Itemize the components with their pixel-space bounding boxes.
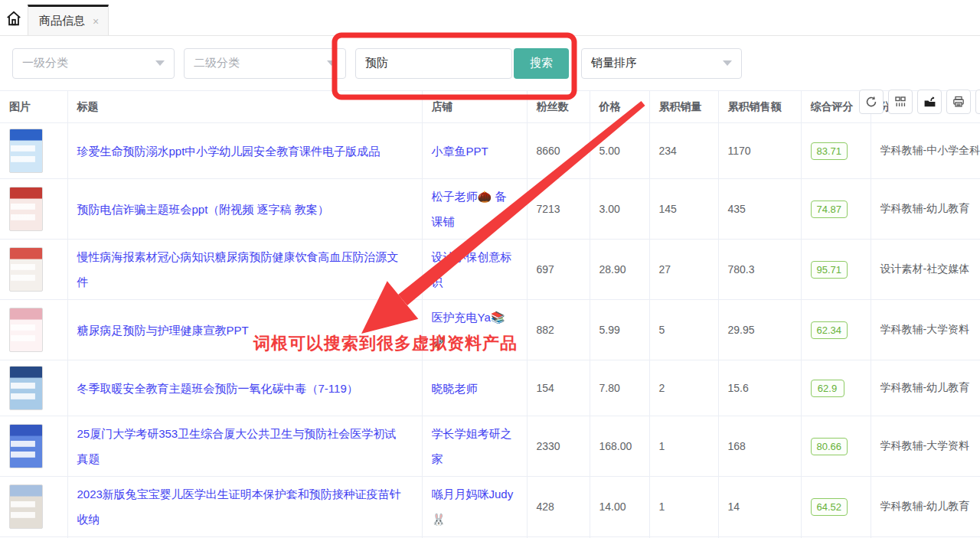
column-header-0: 图片 [0, 91, 67, 123]
export-button[interactable] [917, 90, 942, 114]
table-row: 慢性病海报素材冠心病知识糖尿病预防健康饮食高血压防治源文件 设计小保创意标识 6… [0, 240, 980, 300]
filter-bar: 一级分类 二级分类 搜索 销量排序 [0, 36, 980, 90]
column-header-1: 标题 [67, 91, 422, 123]
product-thumbnail[interactable] [9, 308, 43, 352]
column-header-2: 店铺 [422, 91, 527, 123]
product-title-link[interactable]: 糖尿病足预防与护理健康宣教PPT [77, 324, 249, 337]
tab-product-info[interactable]: 商品信息 × [28, 5, 109, 35]
table-header-row: 图片标题店铺粉丝数价格累积销量累积销售额综合评分分类 [0, 91, 980, 123]
tab-bar: 商品信息 × [0, 0, 980, 36]
score-badge: 62.9 [811, 380, 844, 397]
column-header-5: 累积销量 [649, 91, 718, 123]
table-row: 冬季取暖安全教育主题班会预防一氧化碳中毒（7-119） 晓晓老师 154 7.8… [0, 360, 980, 416]
score-badge: 80.66 [811, 438, 848, 455]
category: 学科教辅-幼儿教育 [871, 477, 980, 537]
category: 学科教辅-幼儿教育 [871, 360, 980, 416]
total-sales-amount: 168 [718, 416, 801, 477]
product-title-link[interactable]: 25厦门大学考研353卫生综合厦大公共卫生与预防社会医学初试真题 [77, 427, 397, 465]
refresh-button[interactable] [859, 90, 884, 114]
price: 28.90 [590, 240, 649, 300]
chevron-down-icon [327, 60, 336, 66]
total-sales-amount: 14 [718, 477, 801, 537]
total-sales: 1 [649, 477, 718, 537]
price: 5.00 [590, 123, 649, 179]
score-badge: 95.71 [811, 261, 848, 279]
chevron-down-icon [155, 60, 165, 66]
product-thumbnail[interactable] [9, 366, 43, 410]
close-icon[interactable]: × [93, 16, 99, 27]
sort-value: 销量排序 [591, 56, 637, 70]
table-body: 珍爱生命预防溺水ppt中小学幼儿园安全教育课件电子版成品 小章鱼PPT 8660… [0, 123, 980, 538]
shop-link[interactable]: 晓晓老师 [432, 382, 478, 395]
fans-count: 2330 [527, 416, 590, 477]
shop-link[interactable]: 学长学姐考研之家 [432, 427, 512, 465]
product-thumbnail[interactable] [9, 424, 43, 468]
category1-select[interactable]: 一级分类 [12, 48, 175, 79]
score-badge: 64.52 [811, 498, 848, 516]
table-row: 珍爱生命预防溺水ppt中小学幼儿园安全教育课件电子版成品 小章鱼PPT 8660… [0, 123, 980, 179]
product-thumbnail[interactable] [9, 247, 43, 292]
fans-count: 428 [527, 477, 590, 537]
product-thumbnail[interactable] [9, 187, 43, 231]
price: 168.00 [590, 416, 649, 477]
home-icon [5, 10, 22, 30]
total-sales-amount: 1170 [718, 123, 801, 179]
category: 学科教辅-幼儿教育 [871, 179, 980, 240]
fans-count: 882 [527, 300, 590, 360]
fans-count: 7213 [527, 179, 590, 240]
price: 7.80 [590, 360, 649, 416]
shop-link[interactable]: 松子老师🌰 备课铺 [432, 190, 507, 228]
page: 商品信息 × 一级分类 二级分类 搜索 销量排序 [0, 0, 980, 538]
more-tool-button[interactable] [975, 90, 980, 114]
column-header-4: 价格 [590, 91, 649, 123]
shop-link[interactable]: 医护充电Ya📚 🚀 [432, 311, 505, 349]
column-settings-button[interactable] [888, 90, 913, 114]
product-thumbnail[interactable] [9, 129, 43, 173]
product-title-link[interactable]: 慢性病海报素材冠心病知识糖尿病预防健康饮食高血压防治源文件 [77, 250, 399, 289]
export-icon [923, 96, 936, 109]
sort-select[interactable]: 销量排序 [581, 48, 742, 79]
product-title-link[interactable]: 预防电信诈骗主题班会ppt（附视频 逐字稿 教案） [77, 203, 329, 216]
price: 3.00 [590, 179, 649, 240]
product-title-link[interactable]: 珍爱生命预防溺水ppt中小学幼儿园安全教育课件电子版成品 [77, 145, 381, 158]
print-button[interactable] [946, 90, 971, 114]
home-button[interactable] [0, 5, 28, 35]
category2-placeholder: 二级分类 [194, 56, 240, 70]
toolbar [859, 90, 980, 114]
refresh-icon [865, 96, 877, 108]
total-sales: 5 [649, 300, 718, 360]
total-sales: 2 [649, 360, 718, 416]
fans-count: 154 [527, 360, 590, 416]
score-badge: 62.34 [811, 321, 848, 339]
product-title-link[interactable]: 冬季取暖安全教育主题班会预防一氧化碳中毒（7-119） [77, 382, 358, 395]
search-input[interactable] [355, 48, 512, 79]
total-sales-amount: 15.6 [718, 360, 801, 416]
search-button[interactable]: 搜索 [514, 48, 569, 79]
total-sales: 1 [649, 416, 718, 477]
shop-link[interactable]: 喺月月妈咪Judy🐰 [432, 487, 514, 526]
category: 学科教辅-中小学全科 [871, 123, 980, 179]
product-title-link[interactable]: 2023新版兔宝宝婴儿医学出生证明本保护套和预防接种证疫苗针收纳 [77, 487, 401, 526]
score-badge: 74.87 [811, 201, 848, 218]
fans-count: 8660 [527, 123, 590, 179]
total-sales-amount: 29.95 [718, 300, 801, 360]
tab-label: 商品信息 [39, 14, 85, 28]
table-row: 2023新版兔宝宝婴儿医学出生证明本保护套和预防接种证疫苗针收纳 喺月月妈咪Ju… [0, 477, 980, 537]
category2-select[interactable]: 二级分类 [184, 48, 346, 79]
table-row: 糖尿病足预防与护理健康宣教PPT 医护充电Ya📚 🚀 882 5.99 5 29… [0, 300, 980, 360]
shop-link[interactable]: 设计小保创意标识 [432, 250, 512, 289]
table-row: 25厦门大学考研353卫生综合厦大公共卫生与预防社会医学初试真题 学长学姐考研之… [0, 416, 980, 477]
products-table: 图片标题店铺粉丝数价格累积销量累积销售额综合评分分类 珍爱生命预防溺水ppt中小… [0, 90, 980, 538]
price: 5.99 [590, 300, 649, 360]
column-header-3: 粉丝数 [527, 91, 590, 123]
category: 学科教辅-大学资料 [871, 416, 980, 477]
column-header-6: 累积销售额 [718, 91, 801, 123]
price: 14.00 [590, 477, 649, 537]
product-thumbnail[interactable] [9, 484, 43, 529]
total-sales: 27 [649, 240, 718, 300]
shop-link[interactable]: 小章鱼PPT [432, 145, 488, 158]
category1-placeholder: 一级分类 [22, 56, 68, 70]
total-sales-amount: 780.3 [718, 240, 801, 300]
total-sales-amount: 435 [718, 179, 801, 240]
category: 学科教辅-大学资料 [871, 300, 980, 360]
